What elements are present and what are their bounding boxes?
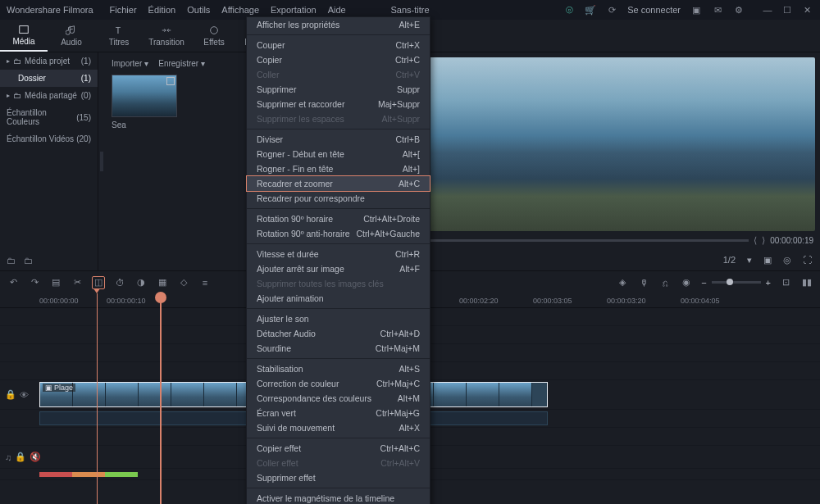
ctx-item[interactable]: Écran vertCtrl+Maj+G bbox=[247, 406, 430, 420]
ctx-item[interactable]: Rotation 90º horaireCtrl+Alt+Droite bbox=[247, 211, 430, 226]
tab-titres[interactable]: TTitres bbox=[95, 20, 143, 52]
render-icon[interactable]: ◉ bbox=[680, 276, 693, 289]
greenscreen-icon[interactable]: ▦ bbox=[156, 276, 169, 289]
menu-affichage[interactable]: Affichage bbox=[221, 5, 259, 15]
chevron-down-icon[interactable]: ▾ bbox=[747, 255, 752, 266]
delete-icon[interactable]: ▤ bbox=[49, 276, 62, 289]
cloud-icon[interactable]: ⟳ bbox=[606, 4, 617, 16]
audio-mixer-icon[interactable]: ⎌ bbox=[658, 276, 672, 289]
sidebar-media-projet[interactable]: ▸🗀Média projet(1) bbox=[0, 52, 98, 70]
tab-transition[interactable]: Transition bbox=[143, 20, 190, 52]
record-vo-icon[interactable]: 🎙 bbox=[637, 276, 650, 289]
ctx-separator bbox=[247, 129, 430, 129]
ctx-separator bbox=[247, 488, 430, 488]
image-icon: ▣ bbox=[45, 384, 52, 392]
ctx-item[interactable]: DiviserCtrl+B bbox=[247, 132, 430, 147]
mail-icon[interactable]: ✉ bbox=[712, 4, 723, 16]
ctx-item[interactable]: StabilisationAlt+S bbox=[247, 361, 430, 376]
sidebar-divider[interactable] bbox=[98, 52, 105, 270]
timeline-marker[interactable] bbox=[97, 293, 98, 504]
ctx-item[interactable]: Activer le magnétisme de la timeline bbox=[247, 491, 430, 504]
tab-effets[interactable]: Effets bbox=[190, 20, 238, 52]
ctx-item[interactable]: Détacher AudioCtrl+Alt+D bbox=[247, 326, 430, 341]
menu-edition[interactable]: Édition bbox=[148, 5, 176, 15]
ctx-item[interactable]: Ajouter animation bbox=[247, 291, 430, 306]
timeline-playhead[interactable] bbox=[160, 293, 162, 504]
undo-icon[interactable]: ↶ bbox=[7, 276, 20, 289]
ctx-item[interactable]: Afficher les propriétésAlt+E bbox=[247, 17, 430, 32]
notification-icon[interactable]: ▣ bbox=[690, 4, 702, 16]
media-thumbnail-sea[interactable] bbox=[112, 75, 177, 117]
next-marker-icon[interactable]: ⟩ bbox=[762, 235, 765, 246]
keyframe-icon[interactable]: ◇ bbox=[177, 276, 190, 289]
lock-icon[interactable]: 🔒 bbox=[5, 389, 16, 400]
signin-link[interactable]: Se connecter bbox=[627, 5, 681, 15]
sidebar-echantillon-couleurs[interactable]: Échantillon Couleurs(15) bbox=[0, 104, 98, 130]
delete-folder-icon[interactable]: 🗀 bbox=[24, 256, 33, 266]
ctx-separator bbox=[247, 243, 430, 244]
fullscreen-icon[interactable]: ⛶ bbox=[803, 255, 812, 265]
headset-icon[interactable]: ⦾ bbox=[563, 4, 575, 16]
sidebar-media-partage[interactable]: ▸🗀Média partagé(0) bbox=[0, 87, 98, 104]
ctx-item[interactable]: Correction de couleurCtrl+Maj+C bbox=[247, 376, 430, 391]
ctx-item[interactable]: Ajuster le son bbox=[247, 311, 430, 326]
sidebar-echantillon-videos[interactable]: Échantillon Vidéos(20) bbox=[0, 130, 98, 148]
ctx-separator bbox=[247, 208, 430, 209]
tab-media[interactable]: Média bbox=[0, 20, 48, 52]
redo-icon[interactable]: ↷ bbox=[28, 276, 41, 289]
ctx-item[interactable]: Correspondance des couleursAlt+M bbox=[247, 391, 430, 406]
record-button[interactable]: Enregistrer ▾ bbox=[158, 59, 205, 68]
mark-in-icon[interactable]: ▣ bbox=[763, 255, 772, 266]
ctx-item[interactable]: CopierCtrl+C bbox=[247, 52, 430, 67]
ctx-item[interactable]: Ajouter arrêt sur imageAlt+F bbox=[247, 261, 430, 276]
ctx-item[interactable]: Supprimer effet bbox=[247, 470, 430, 485]
marker-icon[interactable]: ◈ bbox=[616, 276, 629, 289]
zoom-out-icon[interactable]: − bbox=[701, 278, 706, 288]
speed-icon[interactable]: ⏱ bbox=[113, 276, 126, 289]
context-menu: Afficher les propriétésAlt+ECouperCtrl+X… bbox=[246, 16, 430, 504]
ctx-item: Coller effetCtrl+Alt+V bbox=[247, 456, 430, 470]
menu-fichier[interactable]: Fichier bbox=[110, 5, 137, 15]
ctx-separator bbox=[247, 358, 430, 359]
cut-icon[interactable]: ✂ bbox=[71, 276, 84, 289]
settings-icon[interactable]: ≡ bbox=[198, 276, 212, 289]
close-button[interactable]: ✕ bbox=[800, 3, 813, 16]
ctx-item[interactable]: Rogner - Fin en têteAlt+] bbox=[247, 161, 430, 176]
crop-icon[interactable]: ◫ bbox=[92, 276, 105, 289]
ctx-item[interactable]: CouperCtrl+X bbox=[247, 38, 430, 52]
snapshot-icon[interactable]: ◎ bbox=[783, 255, 791, 266]
cart-icon[interactable]: 🛒 bbox=[585, 4, 596, 16]
music-icon: ♫ bbox=[5, 452, 11, 462]
ctx-item[interactable]: Suivi de mouvementAlt+X bbox=[247, 420, 430, 435]
ctx-item[interactable]: Recadrer et zoomerAlt+C bbox=[246, 175, 430, 192]
sidebar-dossier[interactable]: Dossier(1) bbox=[0, 70, 98, 87]
ctx-item[interactable]: Rogner - Début en têteAlt+[ bbox=[247, 147, 430, 161]
prev-marker-icon[interactable]: ⟨ bbox=[754, 235, 757, 246]
ctx-item[interactable]: SourdineCtrl+Maj+M bbox=[247, 341, 430, 356]
color-icon[interactable]: ◑ bbox=[134, 276, 148, 289]
timeline-settings-icon[interactable]: ▮▮ bbox=[800, 276, 813, 289]
ctx-item[interactable]: Recadrer pour correspondre bbox=[247, 191, 430, 206]
menu-exportation[interactable]: Exportation bbox=[271, 5, 317, 15]
zoom-slider[interactable]: − + bbox=[701, 278, 771, 288]
eye-icon[interactable]: 👁 bbox=[20, 390, 29, 400]
svg-text:T: T bbox=[116, 25, 121, 35]
tab-audio[interactable]: Audio bbox=[48, 20, 95, 52]
ctx-item[interactable]: Supprimer et raccorderMaj+Suppr bbox=[247, 97, 430, 111]
ctx-item[interactable]: Rotation 90º anti-horaireCtrl+Alt+Gauche bbox=[247, 226, 430, 241]
settings-icon[interactable]: ⚙ bbox=[733, 4, 745, 16]
lock-icon[interactable]: 🔒 bbox=[15, 452, 26, 462]
folder-icon: 🗀 bbox=[13, 57, 21, 66]
new-folder-icon[interactable]: 🗀 bbox=[7, 256, 16, 266]
zoom-fit-icon[interactable]: ⊡ bbox=[779, 276, 792, 289]
menu-outils[interactable]: Outils bbox=[187, 5, 210, 15]
ctx-item[interactable]: Vitesse et duréeCtrl+R bbox=[247, 247, 430, 261]
zoom-in-icon[interactable]: + bbox=[766, 278, 771, 288]
ctx-item[interactable]: SupprimerSuppr bbox=[247, 82, 430, 97]
import-button[interactable]: Importer ▾ bbox=[112, 59, 148, 68]
ctx-item[interactable]: Copier effetCtrl+Alt+C bbox=[247, 441, 430, 456]
minimize-button[interactable]: — bbox=[761, 3, 774, 16]
maximize-button[interactable]: ☐ bbox=[781, 3, 794, 16]
ctx-separator bbox=[247, 308, 430, 309]
menu-aide[interactable]: Aide bbox=[328, 5, 346, 15]
